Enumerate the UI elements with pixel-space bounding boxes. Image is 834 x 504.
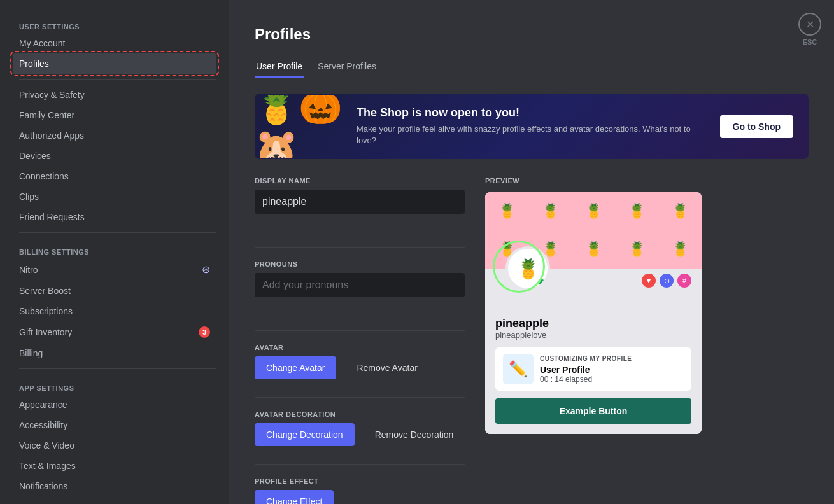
pineapple-9: 🍍: [615, 230, 658, 269]
pineapple-1: 🍍: [485, 192, 528, 230]
shop-banner-art: 🍍🎃🐹: [255, 95, 344, 158]
divider-effect: [255, 464, 465, 465]
example-button[interactable]: Example Button: [495, 398, 691, 424]
pineapple-4: 🍍: [615, 192, 658, 230]
profile-body: 🍍 ▼ ⊙: [485, 269, 702, 434]
sidebar-item-appearance[interactable]: Appearance: [13, 395, 216, 415]
sidebar-item-my-account[interactable]: My Account: [13, 33, 216, 53]
sidebar-section-billing: Billing Settings Nitro ⊛ Server Boost Su…: [13, 238, 229, 363]
profile-effect-section: Profile Effect Change Effect: [255, 477, 465, 504]
pineapple-10: 🍍: [658, 230, 702, 269]
close-icon: ✕: [798, 13, 821, 36]
profile-username: pineapple: [495, 317, 691, 330]
pineapple-3: 🍍: [572, 192, 615, 230]
main-content: ✕ ESC Profiles User Profile Server Profi…: [229, 0, 834, 504]
badge-nitro: ⊙: [660, 274, 674, 288]
badge-hash: #: [677, 274, 691, 288]
section-label-app-settings: App Settings: [13, 374, 229, 395]
sidebar-item-friend-requests[interactable]: Friend Requests: [13, 207, 216, 227]
sidebar-divider-1: [19, 79, 216, 80]
activity-name: User Profile: [540, 365, 632, 375]
remove-decoration-button[interactable]: Remove Decoration: [367, 423, 462, 446]
activity-info: Customizing My Profile User Profile 00 :…: [540, 355, 632, 384]
activity-icon: ✏️: [503, 354, 534, 384]
go-to-shop-button[interactable]: Go to Shop: [720, 115, 793, 138]
avatar-label: Avatar: [255, 344, 465, 351]
sidebar-item-notifications[interactable]: Notifications: [13, 476, 216, 496]
esc-button[interactable]: ✕ ESC: [798, 13, 821, 46]
divider-pronouns: [255, 247, 465, 248]
shop-banner-title: The Shop is now open to you!: [357, 106, 707, 120]
avatar-decoration-label: Avatar Decoration: [255, 410, 465, 418]
tabs: User Profile Server Profiles: [255, 56, 809, 78]
avatar-section: Avatar Change Avatar Remove Avatar: [255, 344, 465, 379]
sidebar-item-connections[interactable]: Connections: [13, 166, 216, 186]
section-label-user-settings: User Settings: [13, 13, 229, 33]
shop-banner-subtitle: Make your profile feel alive with snazzy…: [357, 123, 707, 146]
sidebar-item-devices[interactable]: Devices: [13, 146, 216, 166]
badge-downvote: ▼: [642, 274, 656, 288]
shop-banner-text: The Shop is now open to you! Make your p…: [357, 94, 707, 159]
pineapple-8: 🍍: [572, 230, 615, 269]
pineapple-5: 🍍: [658, 192, 702, 230]
page-title: Profiles: [255, 25, 809, 43]
divider-decoration: [255, 397, 465, 398]
tab-server-profiles[interactable]: Server Profiles: [316, 56, 378, 78]
right-panel: Preview 🍍 🍍 🍍 🍍 🍍 🍍 🍍 🍍 🍍 🍍: [485, 177, 702, 504]
sidebar-item-subscriptions[interactable]: Subscriptions: [13, 301, 216, 321]
sidebar-section-app-settings: App Settings Appearance Accessibility Vo…: [13, 374, 229, 496]
sidebar-divider-2: [19, 232, 216, 233]
sidebar-item-text-images[interactable]: Text & Images: [13, 456, 216, 476]
sidebar-item-billing[interactable]: Billing: [13, 343, 216, 363]
change-effect-button[interactable]: Change Effect: [255, 490, 334, 504]
change-decoration-button[interactable]: Change Decoration: [255, 423, 355, 446]
display-name-section: Display Name: [255, 177, 465, 229]
banner-art-emoji: 🍍🎃🐹: [255, 95, 344, 158]
pineapple-2: 🍍: [528, 192, 572, 230]
sidebar: User Settings My Account Profiles Privac…: [0, 0, 229, 504]
preview-card: 🍍 🍍 🍍 🍍 🍍 🍍 🍍 🍍 🍍 🍍: [485, 192, 702, 434]
esc-label: ESC: [803, 38, 817, 46]
section-label-billing: Billing Settings: [13, 238, 229, 258]
display-name-input[interactable]: [255, 190, 465, 214]
sidebar-item-clips[interactable]: Clips: [13, 186, 216, 207]
preview-label: Preview: [485, 177, 702, 185]
pronouns-section: Pronouns: [255, 260, 465, 312]
sidebar-item-accessibility[interactable]: Accessibility: [13, 415, 216, 435]
pronouns-input[interactable]: [255, 273, 465, 297]
change-avatar-button[interactable]: Change Avatar: [255, 356, 336, 379]
sidebar-divider-3: [19, 368, 216, 369]
pronouns-label: Pronouns: [255, 260, 465, 268]
divider-avatar: [255, 330, 465, 331]
content-area: Display Name Pronouns Avatar Change Avat…: [255, 177, 809, 504]
remove-avatar-button[interactable]: Remove Avatar: [349, 356, 425, 379]
sidebar-item-server-boost[interactable]: Server Boost: [13, 281, 216, 301]
sidebar-item-profiles[interactable]: Profiles: [13, 53, 216, 74]
sidebar-item-privacy-safety[interactable]: Privacy & Safety: [13, 85, 216, 105]
sidebar-section-general: Privacy & Safety Family Center Authorize…: [13, 85, 229, 227]
profile-discriminator: pineapplelove: [495, 330, 691, 340]
sidebar-section-user-settings: User Settings My Account Profiles: [13, 13, 229, 74]
display-name-label: Display Name: [255, 177, 465, 185]
sidebar-item-gift-inventory[interactable]: Gift Inventory 3: [13, 321, 216, 343]
gift-inventory-badge: 3: [199, 326, 210, 338]
customizing-label: Customizing My Profile: [540, 355, 632, 362]
shop-banner: 🍍🎃🐹 The Shop is now open to you! Make yo…: [255, 94, 809, 159]
customizing-section: ✏️ Customizing My Profile User Profile 0…: [495, 347, 691, 391]
sidebar-item-family-center[interactable]: Family Center: [13, 105, 216, 125]
sidebar-item-voice-video[interactable]: Voice & Video: [13, 435, 216, 456]
profile-name-section: pineapple pineapplelove: [495, 291, 691, 340]
profile-effect-label: Profile Effect: [255, 477, 465, 485]
activity-time: 00 : 14 elapsed: [540, 375, 632, 384]
left-panel: Display Name Pronouns Avatar Change Avat…: [255, 177, 465, 504]
nitro-icon: ⊛: [202, 263, 210, 276]
sidebar-item-nitro[interactable]: Nitro ⊛: [13, 258, 216, 281]
avatar: 🍍: [505, 246, 550, 291]
avatar-decoration-section: Avatar Decoration Change Decoration Remo…: [255, 410, 465, 446]
sidebar-item-authorized-apps[interactable]: Authorized Apps: [13, 125, 216, 146]
tab-user-profile[interactable]: User Profile: [255, 56, 304, 78]
